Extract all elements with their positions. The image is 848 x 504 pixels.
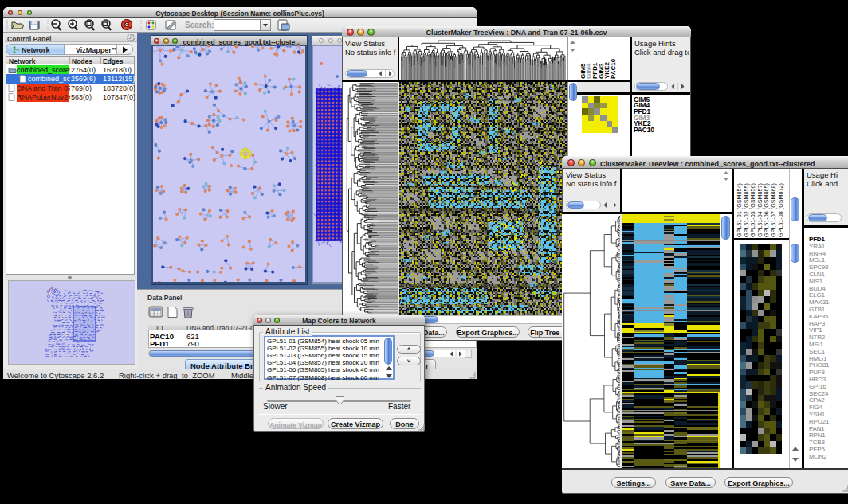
svg-text:GPL51-08 (GSM872): GPL51-08 (GSM872) — [776, 183, 783, 237]
svg-text:PAC10: PAC10 — [610, 58, 617, 79]
